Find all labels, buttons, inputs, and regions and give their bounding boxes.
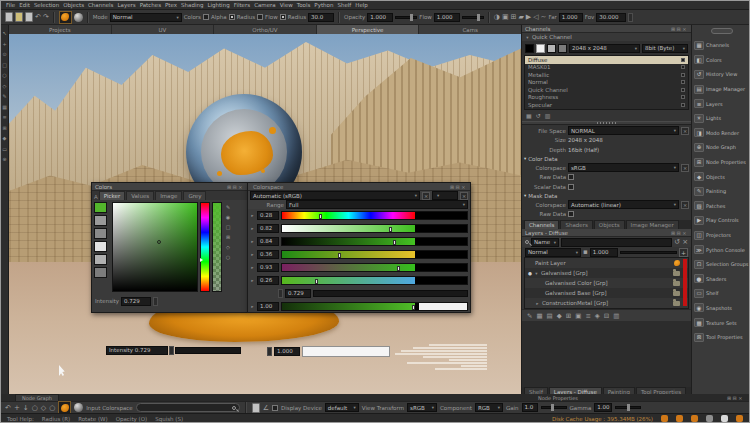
- caret-icon[interactable]: ▸: [250, 304, 255, 309]
- channel-lock-checkbox[interactable]: [681, 88, 685, 92]
- sidebar-item-texture-sets[interactable]: ▩Texture Sets: [692, 315, 750, 330]
- alpha-stepper[interactable]: [278, 289, 283, 298]
- colorspace-dropdown[interactable]: Automatic (sRGB)▾: [250, 191, 420, 200]
- menu-selection[interactable]: Selection: [34, 2, 59, 8]
- menu-objects[interactable]: Objects: [63, 2, 84, 8]
- black-swatch[interactable]: [525, 44, 534, 53]
- status-folder-icon[interactable]: [736, 415, 743, 422]
- close-icon[interactable]: ×: [682, 230, 688, 236]
- alpha-gradient-slider[interactable]: [281, 302, 468, 311]
- lighting-toggle-icon[interactable]: ◑: [494, 12, 500, 22]
- display-checkbox[interactable]: [272, 405, 278, 411]
- grey-swatch[interactable]: [94, 254, 107, 265]
- grid-tool-icon[interactable]: ⊞: [2, 125, 6, 131]
- sidebar-item-image-manager[interactable]: ▤Image Manager: [692, 82, 750, 97]
- layer-action-group-icon[interactable]: ▤: [547, 312, 553, 320]
- sv-marker[interactable]: [157, 240, 161, 244]
- gain-slider-knob[interactable]: [551, 404, 554, 411]
- colors-dialog-titlebar[interactable]: Colors ⊞⊟×: [92, 183, 247, 191]
- sidebar-item-colors[interactable]: ◧Colors: [692, 53, 750, 68]
- alpha-value-field[interactable]: 1.00: [257, 302, 279, 311]
- layer-search-input[interactable]: [561, 238, 672, 247]
- shadow-toggle-icon[interactable]: ▣: [502, 12, 509, 22]
- close-icon[interactable]: ×: [238, 184, 244, 190]
- green-gradient-slider[interactable]: [281, 263, 468, 272]
- caret-icon[interactable]: ▸: [250, 252, 255, 257]
- layer-amount-slider[interactable]: [620, 251, 677, 254]
- menu-camera[interactable]: Camera: [254, 2, 276, 8]
- play-icon[interactable]: ▶: [526, 12, 531, 22]
- colorspace-extra-dropdown[interactable]: ▾: [432, 191, 458, 200]
- status-user-icon[interactable]: [661, 415, 668, 422]
- sidebar-item-python-console[interactable]: ≫Python Console: [692, 242, 750, 257]
- file-space-dropdown[interactable]: NORMAL▾: [568, 126, 679, 135]
- undo-icon[interactable]: ↶: [5, 403, 11, 413]
- tab-image-manager[interactable]: Image Manager: [626, 220, 679, 229]
- sidebar-item-shelf[interactable]: ▭Shelf: [692, 286, 750, 301]
- opacity-value-field[interactable]: 1.000: [367, 13, 393, 22]
- gradient-tool-icon[interactable]: ◆: [3, 135, 7, 141]
- patch-tool-icon[interactable]: ▦: [2, 104, 7, 110]
- tab-values[interactable]: Values: [126, 191, 154, 200]
- menu-ptex[interactable]: Ptex: [165, 2, 177, 8]
- layers-palette-titlebar[interactable]: Layers - Diffuse ⊞⊟×: [522, 229, 691, 237]
- sidebar-item-tool-properties[interactable]: ⊠Tool Properties: [692, 330, 750, 345]
- grey-swatch[interactable]: [547, 44, 556, 53]
- sidebar-collapse-handle[interactable]: [711, 28, 733, 34]
- close-icon[interactable]: ×: [461, 184, 467, 190]
- sliders-panel-titlebar[interactable]: Colorspace ⊞⊟×: [248, 183, 470, 191]
- blend-mode-dropdown[interactable]: Normal▾: [525, 248, 581, 257]
- white-swatch[interactable]: [536, 44, 545, 53]
- layer-row-galvanised[interactable]: ● ▾ Galvanised [Grp]: [525, 268, 688, 278]
- menu-shelf[interactable]: Shelf: [337, 2, 351, 8]
- grey-swatch[interactable]: [94, 228, 107, 239]
- gamma-slider[interactable]: [615, 406, 641, 409]
- menu-shading[interactable]: Shading: [181, 2, 203, 8]
- eraser-tool-button[interactable]: [74, 13, 83, 22]
- blur-tool-icon[interactable]: ⊛: [2, 156, 6, 162]
- sidebar-item-history-view[interactable]: ↺History View: [692, 67, 750, 82]
- layer-row-galvanised-base[interactable]: Galvanised Base [Grp]: [525, 288, 688, 298]
- tab-channels[interactable]: Channels: [524, 220, 559, 229]
- current-color-swatch[interactable]: [94, 202, 107, 213]
- radius-value-field[interactable]: 30.0: [308, 13, 334, 22]
- target-icon[interactable]: ◉: [226, 214, 230, 220]
- channel-row-metallic[interactable]: Metallic: [525, 71, 688, 79]
- layer-action-paint-icon[interactable]: ✎: [527, 312, 532, 320]
- hue-gradient-slider[interactable]: [281, 211, 468, 220]
- undo-icon[interactable]: ↶: [35, 12, 41, 22]
- status-doc-icon[interactable]: [721, 415, 728, 422]
- saturation-gradient-slider[interactable]: [281, 224, 468, 233]
- colorspace-extra-reset[interactable]: ×: [460, 192, 468, 200]
- circle-icon[interactable]: ○: [226, 254, 230, 260]
- menu-python[interactable]: Python: [314, 2, 333, 8]
- flow-slider[interactable]: [462, 16, 484, 19]
- gain-slider[interactable]: [541, 406, 567, 409]
- layer-action-mask-icon[interactable]: ▣: [575, 312, 581, 320]
- transform-tool-icon[interactable]: +: [2, 41, 6, 47]
- caret-icon[interactable]: ▸: [250, 265, 255, 270]
- ellipse-tool-icon[interactable]: ○: [2, 72, 6, 78]
- gamma-field[interactable]: 1.00: [594, 403, 612, 412]
- mask-data-section[interactable]: ▾ Mask Data: [524, 192, 689, 199]
- alpha-slider[interactable]: [212, 202, 222, 292]
- save-project-icon[interactable]: [25, 12, 33, 22]
- floating-intensity-field[interactable]: Intensity 0.729: [106, 346, 168, 355]
- grid-icon[interactable]: ⊞: [226, 234, 230, 240]
- blue-gradient-slider[interactable]: [281, 276, 468, 285]
- file-space-reset-button[interactable]: ×: [681, 127, 689, 135]
- menu-help[interactable]: Help: [355, 2, 368, 8]
- caret-icon[interactable]: ▸: [535, 301, 540, 306]
- sidebar-item-objects[interactable]: ◆Objects: [692, 169, 750, 184]
- input-colorspace-search[interactable]: [136, 403, 240, 412]
- diamond-select-icon[interactable]: ◇: [41, 403, 46, 413]
- tab-uv[interactable]: UV: [112, 25, 214, 34]
- layer-row-constructionmetal[interactable]: ▸ ConstructionMetal [Grp]: [525, 298, 688, 308]
- mask-raw-data-checkbox[interactable]: [568, 211, 574, 217]
- scalar-data-checkbox[interactable]: [568, 184, 574, 190]
- caret-down-icon[interactable]: ▾: [525, 35, 530, 40]
- lock-icon[interactable]: ▪: [583, 247, 588, 257]
- layers-tool-icon[interactable]: ≡: [2, 114, 6, 120]
- flow-slider-knob[interactable]: [477, 14, 480, 21]
- close-icon[interactable]: ×: [682, 26, 688, 32]
